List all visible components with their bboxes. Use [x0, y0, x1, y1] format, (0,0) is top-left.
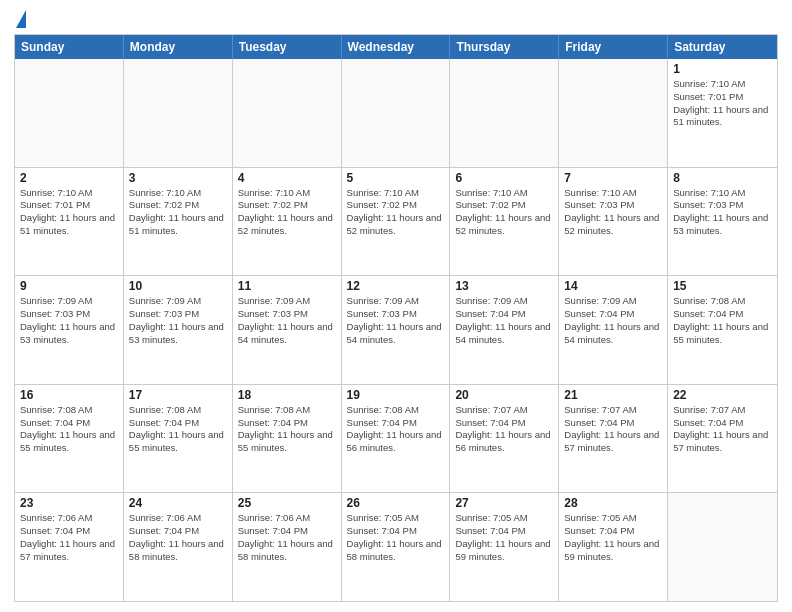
calendar-cell: 5Sunrise: 7:10 AM Sunset: 7:02 PM Daylig… [342, 168, 451, 276]
calendar-row: 9Sunrise: 7:09 AM Sunset: 7:03 PM Daylig… [15, 276, 777, 385]
calendar-cell: 26Sunrise: 7:05 AM Sunset: 7:04 PM Dayli… [342, 493, 451, 601]
day-info: Sunrise: 7:08 AM Sunset: 7:04 PM Dayligh… [238, 404, 336, 455]
day-info: Sunrise: 7:09 AM Sunset: 7:03 PM Dayligh… [238, 295, 336, 346]
calendar-cell: 19Sunrise: 7:08 AM Sunset: 7:04 PM Dayli… [342, 385, 451, 493]
day-number: 8 [673, 171, 772, 185]
calendar-cell: 7Sunrise: 7:10 AM Sunset: 7:03 PM Daylig… [559, 168, 668, 276]
logo [14, 10, 26, 28]
calendar-cell: 14Sunrise: 7:09 AM Sunset: 7:04 PM Dayli… [559, 276, 668, 384]
day-info: Sunrise: 7:08 AM Sunset: 7:04 PM Dayligh… [20, 404, 118, 455]
calendar-header-cell: Monday [124, 35, 233, 59]
day-info: Sunrise: 7:10 AM Sunset: 7:01 PM Dayligh… [673, 78, 772, 129]
calendar-header-cell: Tuesday [233, 35, 342, 59]
calendar: SundayMondayTuesdayWednesdayThursdayFrid… [14, 34, 778, 602]
day-number: 21 [564, 388, 662, 402]
day-info: Sunrise: 7:09 AM Sunset: 7:04 PM Dayligh… [564, 295, 662, 346]
day-info: Sunrise: 7:08 AM Sunset: 7:04 PM Dayligh… [347, 404, 445, 455]
calendar-cell: 8Sunrise: 7:10 AM Sunset: 7:03 PM Daylig… [668, 168, 777, 276]
day-info: Sunrise: 7:05 AM Sunset: 7:04 PM Dayligh… [564, 512, 662, 563]
day-number: 15 [673, 279, 772, 293]
day-number: 25 [238, 496, 336, 510]
calendar-cell [124, 59, 233, 167]
day-number: 14 [564, 279, 662, 293]
day-info: Sunrise: 7:06 AM Sunset: 7:04 PM Dayligh… [20, 512, 118, 563]
day-number: 17 [129, 388, 227, 402]
day-number: 26 [347, 496, 445, 510]
calendar-row: 23Sunrise: 7:06 AM Sunset: 7:04 PM Dayli… [15, 493, 777, 601]
day-number: 9 [20, 279, 118, 293]
page: SundayMondayTuesdayWednesdayThursdayFrid… [0, 0, 792, 612]
day-info: Sunrise: 7:06 AM Sunset: 7:04 PM Dayligh… [238, 512, 336, 563]
calendar-cell: 21Sunrise: 7:07 AM Sunset: 7:04 PM Dayli… [559, 385, 668, 493]
day-number: 1 [673, 62, 772, 76]
day-info: Sunrise: 7:05 AM Sunset: 7:04 PM Dayligh… [455, 512, 553, 563]
calendar-row: 2Sunrise: 7:10 AM Sunset: 7:01 PM Daylig… [15, 168, 777, 277]
calendar-cell [15, 59, 124, 167]
day-number: 13 [455, 279, 553, 293]
calendar-header: SundayMondayTuesdayWednesdayThursdayFrid… [15, 35, 777, 59]
day-number: 12 [347, 279, 445, 293]
day-number: 20 [455, 388, 553, 402]
calendar-cell: 3Sunrise: 7:10 AM Sunset: 7:02 PM Daylig… [124, 168, 233, 276]
day-number: 22 [673, 388, 772, 402]
calendar-cell [233, 59, 342, 167]
day-number: 10 [129, 279, 227, 293]
calendar-header-cell: Wednesday [342, 35, 451, 59]
calendar-row: 16Sunrise: 7:08 AM Sunset: 7:04 PM Dayli… [15, 385, 777, 494]
logo-triangle-icon [16, 10, 26, 28]
day-number: 7 [564, 171, 662, 185]
day-info: Sunrise: 7:09 AM Sunset: 7:03 PM Dayligh… [20, 295, 118, 346]
day-info: Sunrise: 7:10 AM Sunset: 7:03 PM Dayligh… [564, 187, 662, 238]
day-number: 6 [455, 171, 553, 185]
day-number: 18 [238, 388, 336, 402]
calendar-cell: 4Sunrise: 7:10 AM Sunset: 7:02 PM Daylig… [233, 168, 342, 276]
calendar-cell: 28Sunrise: 7:05 AM Sunset: 7:04 PM Dayli… [559, 493, 668, 601]
calendar-cell: 6Sunrise: 7:10 AM Sunset: 7:02 PM Daylig… [450, 168, 559, 276]
calendar-cell [342, 59, 451, 167]
calendar-cell: 23Sunrise: 7:06 AM Sunset: 7:04 PM Dayli… [15, 493, 124, 601]
day-info: Sunrise: 7:07 AM Sunset: 7:04 PM Dayligh… [455, 404, 553, 455]
day-info: Sunrise: 7:06 AM Sunset: 7:04 PM Dayligh… [129, 512, 227, 563]
calendar-cell: 25Sunrise: 7:06 AM Sunset: 7:04 PM Dayli… [233, 493, 342, 601]
day-number: 28 [564, 496, 662, 510]
day-number: 27 [455, 496, 553, 510]
calendar-cell [668, 493, 777, 601]
calendar-cell: 20Sunrise: 7:07 AM Sunset: 7:04 PM Dayli… [450, 385, 559, 493]
day-info: Sunrise: 7:07 AM Sunset: 7:04 PM Dayligh… [564, 404, 662, 455]
header [14, 10, 778, 28]
day-number: 23 [20, 496, 118, 510]
calendar-cell [450, 59, 559, 167]
calendar-cell [559, 59, 668, 167]
day-info: Sunrise: 7:07 AM Sunset: 7:04 PM Dayligh… [673, 404, 772, 455]
day-info: Sunrise: 7:08 AM Sunset: 7:04 PM Dayligh… [673, 295, 772, 346]
day-number: 5 [347, 171, 445, 185]
calendar-cell: 2Sunrise: 7:10 AM Sunset: 7:01 PM Daylig… [15, 168, 124, 276]
calendar-cell: 12Sunrise: 7:09 AM Sunset: 7:03 PM Dayli… [342, 276, 451, 384]
day-info: Sunrise: 7:10 AM Sunset: 7:03 PM Dayligh… [673, 187, 772, 238]
day-info: Sunrise: 7:10 AM Sunset: 7:01 PM Dayligh… [20, 187, 118, 238]
day-info: Sunrise: 7:10 AM Sunset: 7:02 PM Dayligh… [347, 187, 445, 238]
calendar-row: 1Sunrise: 7:10 AM Sunset: 7:01 PM Daylig… [15, 59, 777, 168]
calendar-header-cell: Friday [559, 35, 668, 59]
day-info: Sunrise: 7:10 AM Sunset: 7:02 PM Dayligh… [238, 187, 336, 238]
calendar-body: 1Sunrise: 7:10 AM Sunset: 7:01 PM Daylig… [15, 59, 777, 601]
day-number: 24 [129, 496, 227, 510]
day-number: 2 [20, 171, 118, 185]
calendar-cell: 1Sunrise: 7:10 AM Sunset: 7:01 PM Daylig… [668, 59, 777, 167]
day-info: Sunrise: 7:09 AM Sunset: 7:03 PM Dayligh… [347, 295, 445, 346]
calendar-header-cell: Sunday [15, 35, 124, 59]
calendar-cell: 13Sunrise: 7:09 AM Sunset: 7:04 PM Dayli… [450, 276, 559, 384]
calendar-cell: 22Sunrise: 7:07 AM Sunset: 7:04 PM Dayli… [668, 385, 777, 493]
day-number: 4 [238, 171, 336, 185]
day-info: Sunrise: 7:09 AM Sunset: 7:03 PM Dayligh… [129, 295, 227, 346]
calendar-cell: 18Sunrise: 7:08 AM Sunset: 7:04 PM Dayli… [233, 385, 342, 493]
calendar-cell: 15Sunrise: 7:08 AM Sunset: 7:04 PM Dayli… [668, 276, 777, 384]
day-info: Sunrise: 7:10 AM Sunset: 7:02 PM Dayligh… [455, 187, 553, 238]
calendar-header-cell: Saturday [668, 35, 777, 59]
day-number: 19 [347, 388, 445, 402]
calendar-cell: 24Sunrise: 7:06 AM Sunset: 7:04 PM Dayli… [124, 493, 233, 601]
calendar-cell: 27Sunrise: 7:05 AM Sunset: 7:04 PM Dayli… [450, 493, 559, 601]
day-number: 11 [238, 279, 336, 293]
calendar-cell: 10Sunrise: 7:09 AM Sunset: 7:03 PM Dayli… [124, 276, 233, 384]
calendar-header-cell: Thursday [450, 35, 559, 59]
